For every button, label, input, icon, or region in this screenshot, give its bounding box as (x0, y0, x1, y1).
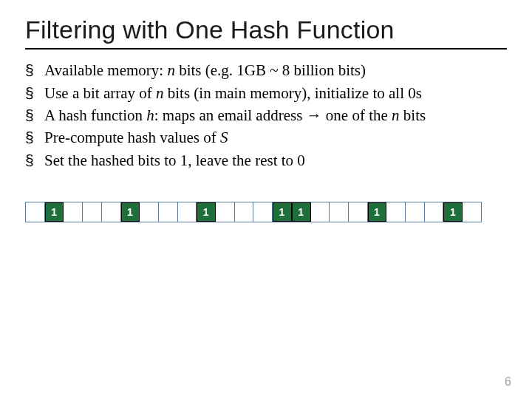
bit-cell (140, 202, 159, 222)
bit-cell (463, 202, 481, 222)
bit-cell (83, 202, 102, 222)
bit-cell: 1 (368, 202, 387, 222)
bullet-item: § A hash function h: maps an email addre… (25, 105, 507, 126)
bullet-item: § Available memory: n bits (e.g. 1GB ~ 8… (25, 60, 507, 81)
bullet-text: Set the hashed bits to 1, leave the rest… (44, 150, 507, 171)
bit-cell: 1 (197, 202, 216, 222)
bullet-text: A hash function h: maps an email address… (44, 105, 507, 126)
slide: Filtering with One Hash Function § Avail… (0, 0, 532, 399)
bit-cell: 1 (292, 202, 311, 222)
bit-cell (425, 202, 444, 222)
page-number: 6 (505, 375, 511, 389)
bit-cell (253, 202, 273, 222)
slide-title: Filtering with One Hash Function (25, 16, 507, 44)
bullet-icon: § (25, 105, 44, 126)
bit-cell: 1 (273, 202, 292, 222)
bullet-item: § Use a bit array of n bits (in main mem… (25, 83, 507, 103)
bullet-icon: § (25, 127, 44, 148)
bullet-text: Use a bit array of n bits (in main memor… (44, 83, 507, 103)
title-rule: Filtering with One Hash Function (25, 16, 507, 50)
bullet-icon: § (25, 150, 44, 171)
bit-cell (216, 202, 235, 222)
bit-array: 1111111 (25, 202, 482, 222)
bit-cell: 1 (443, 202, 463, 222)
bit-cell (159, 202, 178, 222)
bit-cell (178, 202, 197, 222)
bit-cell (386, 202, 406, 222)
bit-cell (311, 202, 330, 222)
bit-cell: 1 (45, 202, 64, 222)
bullet-text: Pre-compute hash values of S (44, 127, 507, 148)
bullet-item: § Pre-compute hash values of S (25, 127, 507, 148)
bit-cell (330, 202, 349, 222)
arrow-icon: → (307, 106, 322, 123)
bit-cell: 1 (121, 202, 140, 222)
bit-cell (64, 202, 83, 222)
bit-cell (235, 202, 254, 222)
bit-cell (26, 202, 45, 222)
bullet-icon: § (25, 60, 44, 81)
bullet-item: § Set the hashed bits to 1, leave the re… (25, 150, 507, 171)
bullet-list: § Available memory: n bits (e.g. 1GB ~ 8… (25, 60, 507, 171)
bit-cell (349, 202, 368, 222)
bullet-icon: § (25, 83, 44, 103)
bullet-text: Available memory: n bits (e.g. 1GB ~ 8 b… (44, 60, 507, 81)
bit-cell (406, 202, 425, 222)
bit-cell (102, 202, 121, 222)
